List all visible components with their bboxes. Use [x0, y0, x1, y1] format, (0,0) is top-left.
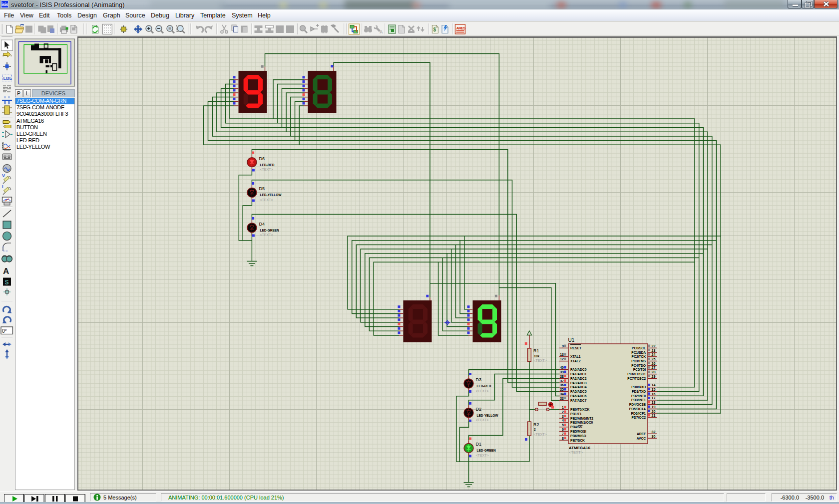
svg-text:LED-RED: LED-RED: [477, 384, 491, 388]
svg-text:LED-YELLOW: LED-YELLOW: [477, 414, 499, 417]
svg-text:PA7/ADC7: PA7/ADC7: [570, 399, 587, 402]
svg-text:PA1/ADC1: PA1/ADC1: [570, 372, 587, 376]
svg-text:PC3/TMS: PC3/TMS: [631, 359, 646, 363]
svg-text:LED-YELLOW: LED-YELLOW: [260, 193, 282, 197]
svg-text:1: 1: [562, 406, 564, 409]
svg-text:8: 8: [562, 437, 564, 440]
svg-text:<TEXT>: <TEXT>: [534, 433, 547, 436]
svg-text:19: 19: [652, 405, 656, 409]
svg-text:ATMEGA16: ATMEGA16: [569, 446, 591, 450]
svg-text:18: 18: [652, 401, 656, 404]
svg-text:PD0/RXD: PD0/RXD: [631, 385, 646, 389]
svg-text:S: S: [5, 279, 9, 286]
svg-text:PD7/OC2: PD7/OC2: [632, 416, 646, 419]
svg-text:LED-GREEN: LED-GREEN: [260, 229, 280, 232]
svg-text:PB1/T1: PB1/T1: [570, 412, 582, 416]
svg-text:12: 12: [560, 357, 564, 361]
svg-text:PA4/ADC4: PA4/ADC4: [570, 385, 587, 389]
svg-text:30: 30: [652, 435, 656, 438]
svg-text:25: 25: [652, 357, 656, 361]
svg-text:17: 17: [652, 396, 656, 400]
svg-text:PA2/ADC2: PA2/ADC2: [570, 377, 587, 380]
svg-text:35: 35: [560, 388, 564, 391]
svg-text:A: A: [380, 29, 383, 34]
svg-text:PD2/INT0: PD2/INT0: [631, 394, 646, 398]
svg-text:D3: D3: [476, 377, 482, 382]
svg-text:ARES: ARES: [456, 26, 466, 30]
svg-text:39: 39: [560, 370, 564, 374]
svg-text:<TEXT>: <TEXT>: [260, 233, 273, 237]
svg-text:29: 29: [652, 375, 656, 378]
svg-text:40: 40: [560, 366, 564, 369]
svg-text:D1: D1: [476, 442, 482, 447]
svg-text:28: 28: [652, 370, 656, 374]
svg-text:22: 22: [652, 344, 656, 348]
svg-text:3: 3: [562, 415, 564, 418]
svg-text:13: 13: [560, 353, 564, 356]
svg-text:PB5/MOSI: PB5/MOSI: [570, 430, 586, 433]
svg-text:AVCC: AVCC: [637, 437, 646, 440]
svg-text:PD6/ICP1: PD6/ICP1: [631, 412, 646, 415]
svg-text:D2: D2: [476, 407, 482, 412]
svg-text:PB0/T0/XCK: PB0/T0/XCK: [570, 408, 589, 411]
svg-text:PC4/TDO: PC4/TDO: [631, 364, 646, 367]
svg-text:2: 2: [534, 428, 536, 431]
svg-text:PC0/SCL: PC0/SCL: [632, 346, 646, 350]
svg-text:PB6/MISO: PB6/MISO: [570, 434, 586, 438]
svg-text:R1: R1: [533, 348, 539, 353]
svg-text:PD1/TXD: PD1/TXD: [632, 390, 646, 393]
svg-text:V: V: [2, 173, 5, 178]
svg-text:PC5/TDI: PC5/TDI: [633, 368, 646, 371]
svg-text:27: 27: [652, 366, 656, 369]
svg-text:<TEXT>: <TEXT>: [476, 454, 489, 457]
svg-text:<TEXT>: <TEXT>: [476, 389, 489, 393]
svg-text:D4: D4: [259, 222, 265, 227]
svg-text:PD5/OC1A: PD5/OC1A: [629, 407, 646, 411]
svg-text:XTAL2: XTAL2: [570, 359, 581, 363]
svg-text:D6: D6: [259, 156, 265, 161]
svg-text:33: 33: [560, 397, 564, 400]
svg-text:I: I: [2, 184, 3, 189]
svg-text:24: 24: [652, 353, 656, 356]
svg-text:2: 2: [562, 410, 564, 414]
svg-text:26: 26: [652, 362, 656, 365]
svg-text:U1: U1: [568, 337, 575, 343]
svg-text:10k: 10k: [534, 354, 539, 358]
svg-text:R2: R2: [533, 422, 539, 427]
svg-text:0°: 0°: [2, 328, 7, 334]
svg-text:37: 37: [560, 379, 564, 383]
svg-text:PB3/AIN1/OC0: PB3/AIN1/OC0: [570, 421, 593, 424]
svg-text:4: 4: [562, 419, 564, 422]
svg-text:PC1/SDA: PC1/SDA: [631, 351, 646, 354]
svg-text:21: 21: [652, 414, 656, 417]
svg-text:<TEXT>: <TEXT>: [534, 359, 547, 362]
svg-text:16: 16: [652, 392, 656, 396]
svg-text:14: 14: [652, 383, 656, 387]
svg-text:PA6/ADC6: PA6/ADC6: [570, 394, 587, 398]
svg-text:5: 5: [562, 423, 564, 427]
svg-text:<TEXT>: <TEXT>: [569, 450, 583, 455]
svg-text:RESET: RESET: [570, 346, 582, 350]
svg-text:PC2/TCK: PC2/TCK: [632, 355, 646, 358]
svg-text:36: 36: [560, 383, 564, 387]
svg-text:PB7/SCK: PB7/SCK: [570, 439, 585, 442]
svg-text:PC6/TOSC1: PC6/TOSC1: [627, 372, 646, 376]
svg-text:PA3/ADC3: PA3/ADC3: [570, 381, 587, 385]
svg-text:PA0/ADC0: PA0/ADC0: [570, 368, 587, 371]
svg-text:7: 7: [562, 432, 564, 436]
svg-text:D5: D5: [259, 186, 265, 191]
svg-text:23: 23: [652, 349, 656, 352]
svg-text:34: 34: [560, 392, 564, 396]
svg-text:PC7/TOSC2: PC7/TOSC2: [627, 377, 646, 380]
svg-text:PB2/AIN0/INT2: PB2/AIN0/INT2: [570, 417, 593, 420]
svg-text:32: 32: [652, 430, 656, 434]
svg-text:20: 20: [652, 410, 656, 413]
svg-text:<TEXT>: <TEXT>: [260, 168, 273, 171]
svg-text:LBL: LBL: [3, 76, 12, 81]
svg-text:PD3/INT1: PD3/INT1: [631, 398, 646, 402]
svg-text:6: 6: [562, 428, 564, 431]
svg-text:XTAL1: XTAL1: [570, 355, 581, 358]
svg-text:$: $: [433, 27, 436, 32]
svg-text:9: 9: [562, 344, 564, 348]
svg-text:PA5/ADC5: PA5/ADC5: [570, 390, 587, 393]
